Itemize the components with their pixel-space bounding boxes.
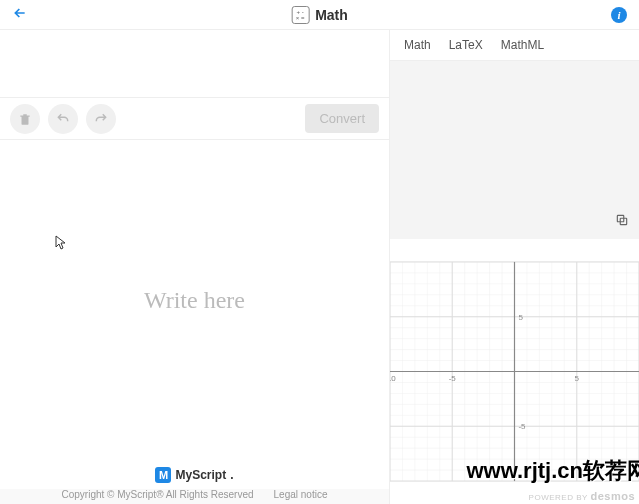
cursor-icon bbox=[55, 235, 67, 254]
convert-button[interactable]: Convert bbox=[305, 104, 379, 133]
svg-text:5: 5 bbox=[518, 313, 523, 322]
page-title-wrap: + -× = Math bbox=[291, 6, 348, 24]
undo-button[interactable] bbox=[48, 104, 78, 134]
svg-text:-5: -5 bbox=[518, 422, 526, 431]
legal-notice-link[interactable]: Legal notice bbox=[274, 489, 328, 500]
top-spacer bbox=[0, 30, 389, 98]
handwriting-canvas[interactable]: Write here bbox=[0, 140, 389, 461]
coordinate-grid: -10-55-55 bbox=[390, 239, 639, 504]
page-title: Math bbox=[315, 7, 348, 23]
tab-math[interactable]: Math bbox=[404, 38, 431, 52]
brand-footer: M MyScript. bbox=[0, 461, 389, 489]
output-area bbox=[390, 61, 639, 239]
footer-legal: Copyright © MyScript® All Rights Reserve… bbox=[0, 489, 389, 504]
powered-by-label: POWERED BY desmos bbox=[529, 490, 635, 502]
svg-text:-5: -5 bbox=[449, 374, 457, 383]
svg-text:5: 5 bbox=[575, 374, 580, 383]
tab-latex[interactable]: LaTeX bbox=[449, 38, 483, 52]
brand-name: MyScript bbox=[175, 468, 226, 482]
info-icon[interactable]: i bbox=[611, 7, 627, 23]
svg-text:-10: -10 bbox=[390, 374, 396, 383]
copyright-text: Copyright © MyScript® All Rights Reserve… bbox=[62, 489, 254, 500]
redo-button[interactable] bbox=[86, 104, 116, 134]
math-app-icon: + -× = bbox=[291, 6, 309, 24]
tab-mathml[interactable]: MathML bbox=[501, 38, 544, 52]
canvas-placeholder: Write here bbox=[144, 287, 245, 314]
graph-area[interactable]: -10-55-55 POWERED BY desmos bbox=[390, 239, 639, 504]
back-button[interactable] bbox=[12, 5, 28, 25]
copy-icon[interactable] bbox=[615, 213, 629, 231]
trash-button[interactable] bbox=[10, 104, 40, 134]
brand-logo-icon: M bbox=[155, 467, 171, 483]
